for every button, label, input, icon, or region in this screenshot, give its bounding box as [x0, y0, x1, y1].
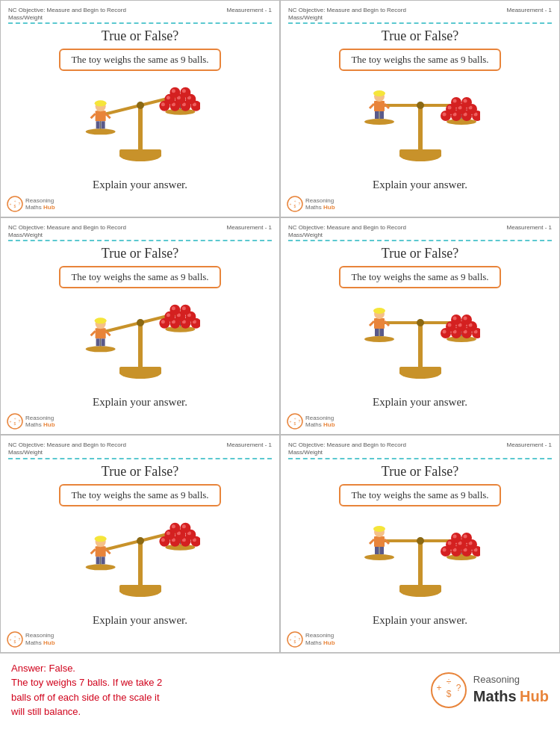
svg-text:$: $: [294, 639, 296, 644]
maths-hub-logo-text: ReasoningMaths Hub: [305, 415, 335, 429]
nc-objective: NC Objective: Measure and Begin to Recor…: [288, 224, 438, 238]
svg-line-53: [370, 104, 374, 108]
svg-rect-91: [101, 339, 105, 347]
svg-rect-126: [374, 318, 385, 329]
svg-point-25: [166, 96, 169, 99]
card-1: NC Objective: Measure and Begin to Recor…: [0, 0, 280, 217]
card-logo: ÷$+?ReasoningMaths Hub: [287, 196, 335, 212]
statement-box: The toy weighs the same as 9 balls.: [339, 266, 500, 288]
card-header: NC Objective: Measure and Begin to Recor…: [288, 7, 552, 21]
svg-text:$: $: [14, 421, 16, 426]
explain-text: Explain your answer.: [93, 179, 187, 191]
scale-svg: [81, 512, 200, 610]
svg-point-4: [137, 102, 144, 109]
svg-rect-80: [119, 367, 161, 374]
card-5: NC Objective: Measure and Begin to Recor…: [0, 435, 280, 652]
svg-point-85: [85, 347, 115, 353]
svg-point-33: [181, 89, 185, 93]
svg-text:÷: ÷: [294, 199, 296, 203]
maths-hub-icon: ÷$+?: [287, 413, 303, 430]
svg-text:?: ?: [456, 683, 461, 693]
explain-text: Explain your answer.: [93, 396, 187, 409]
svg-rect-2: [119, 149, 161, 157]
card-logo: ÷$+?ReasoningMaths Hub: [7, 631, 55, 648]
svg-rect-129: [375, 329, 379, 336]
svg-rect-204: [374, 536, 385, 547]
svg-rect-208: [380, 547, 384, 554]
measurement-label: Measurement - 1: [227, 441, 272, 448]
svg-text:$: $: [14, 204, 16, 208]
svg-rect-87: [95, 329, 105, 339]
card-header: NC Objective: Measure and Begin to Recor…: [288, 224, 552, 238]
scale-container: [8, 77, 272, 174]
explain-text: Explain your answer.: [373, 614, 467, 627]
svg-point-124: [364, 336, 394, 342]
maths-hub-icon: ÷$+?: [287, 631, 303, 648]
maths-hub-logo-text: ReasoningMaths Hub: [25, 197, 55, 211]
svg-rect-51: [375, 111, 379, 119]
svg-point-181: [166, 531, 169, 535]
svg-rect-39: [418, 103, 423, 152]
svg-text:$: $: [294, 421, 296, 426]
card-3: NC Objective: Measure and Begin to Recor…: [0, 217, 280, 435]
measurement-label: Measurement - 1: [227, 224, 272, 231]
svg-point-134: [442, 330, 446, 334]
answer-logo-icon: ÷$+?: [430, 672, 467, 709]
scale-svg: [361, 77, 480, 174]
svg-point-71: [461, 97, 472, 108]
svg-rect-90: [96, 339, 99, 347]
svg-rect-158: [119, 585, 161, 592]
svg-text:+: +: [10, 202, 12, 206]
maths-hub-logo-text: ReasoningMaths Hub: [25, 632, 55, 646]
measurement-label: Measurement - 1: [507, 441, 552, 448]
scale-container: [288, 77, 552, 174]
svg-point-86: [165, 326, 195, 332]
svg-point-163: [85, 564, 115, 570]
answer-reasoning-text: Reasoning: [473, 674, 549, 686]
svg-text:?: ?: [299, 637, 301, 642]
scale-svg: [81, 77, 200, 174]
svg-point-228: [463, 534, 467, 538]
measurement-label: Measurement - 1: [507, 224, 552, 231]
statement-box: The toy weighs the same as 9 balls.: [339, 484, 500, 506]
true-or-false-heading: True or False?: [382, 28, 458, 44]
card-6: NC Objective: Measure and Begin to Recor…: [280, 435, 560, 652]
svg-point-31: [171, 89, 175, 93]
answer-text: Answer: False.The toy weighs 7 balls. If…: [11, 661, 415, 719]
svg-point-220: [447, 541, 451, 545]
svg-rect-13: [101, 121, 105, 128]
explain-text: Explain your answer.: [373, 396, 467, 409]
svg-point-199: [417, 537, 424, 545]
nc-objective: NC Objective: Measure and Begin to Recor…: [288, 7, 438, 21]
svg-point-206: [373, 526, 385, 532]
svg-point-30: [169, 87, 180, 98]
answer-logo: ÷$+? Reasoning Maths Hub: [430, 672, 549, 709]
true-or-false-heading: True or False?: [102, 246, 178, 261]
statement-box: The toy weighs the same as 9 balls.: [59, 266, 220, 288]
card-header: NC Objective: Measure and Begin to Recor…: [8, 441, 272, 456]
svg-rect-9: [95, 111, 105, 121]
svg-rect-168: [96, 557, 99, 564]
svg-rect-48: [374, 101, 385, 111]
svg-text:+: +: [290, 202, 292, 206]
explain-text: Explain your answer.: [93, 614, 187, 627]
svg-point-226: [452, 534, 456, 538]
measurement-label: Measurement - 1: [507, 7, 552, 13]
card-header: NC Objective: Measure and Begin to Recor…: [288, 441, 552, 456]
answer-logo-text: Reasoning Maths Hub: [473, 674, 549, 706]
true-or-false-heading: True or False?: [102, 28, 178, 44]
svg-point-46: [364, 119, 394, 125]
measurement-label: Measurement - 1: [227, 7, 272, 13]
dashed-line: [288, 458, 552, 459]
dashed-line: [8, 22, 272, 24]
svg-text:+: +: [10, 637, 12, 642]
svg-text:+: +: [436, 683, 441, 693]
svg-rect-119: [399, 367, 441, 374]
svg-point-95: [161, 320, 164, 324]
statement-box: The toy weighs the same as 9 balls.: [339, 49, 500, 71]
svg-point-7: [85, 128, 115, 134]
svg-point-47: [447, 119, 476, 125]
svg-point-147: [451, 314, 461, 325]
svg-point-109: [171, 307, 175, 311]
card-logo: ÷$+?ReasoningMaths Hub: [7, 196, 55, 212]
